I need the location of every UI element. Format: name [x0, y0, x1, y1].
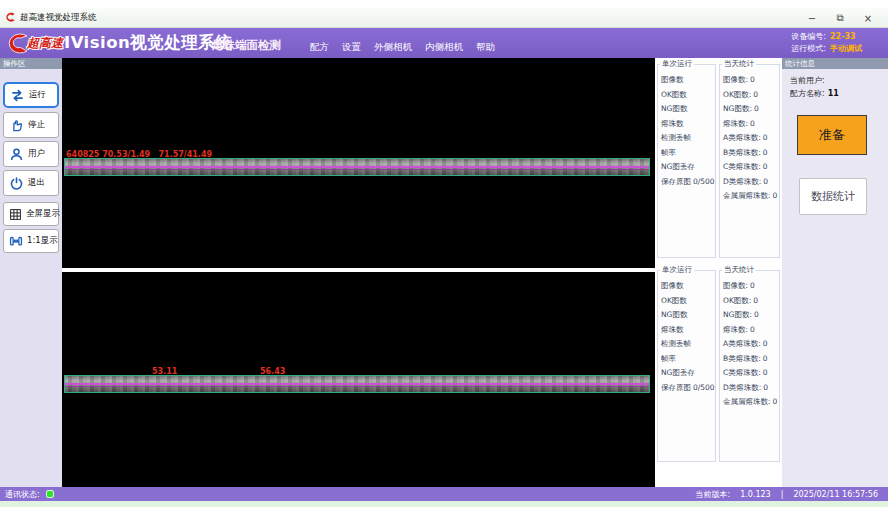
run-button[interactable]: 运行: [3, 82, 59, 108]
run-label: 运行: [29, 89, 46, 101]
fullscreen-label: 全屏显示: [26, 208, 60, 220]
stat-row: A类熔珠数:0: [720, 131, 779, 146]
stat-row: NG图数: [658, 308, 715, 323]
bead-line: [65, 383, 649, 385]
device-info: 设备编号: 22-33 运行模式: 手动调试: [791, 31, 882, 55]
stat-row: NG图数:0: [720, 308, 779, 323]
menu-item-settings[interactable]: 设置: [342, 41, 361, 54]
stat-row: 金属屑熔珠数:0: [720, 395, 779, 410]
daily-stats-groupbox: 当天统计 图像数:0 OK图数:0 NG图数:0 熔珠数:0 A类熔珠数:0 B…: [719, 64, 780, 258]
single-run-groupbox: 单次运行 图像数 OK图数 NG图数 熔珠数 检测丢帧 帧率 NG图丢存 保存原…: [657, 270, 716, 462]
bead-line: [65, 166, 649, 168]
outer-camera-viewport[interactable]: 640825 70.53/1.49 71.57/41.49: [62, 58, 655, 268]
app-header: 超高速 IVision视觉处理系统 熔珠端面检测 配方 设置 外侧相机 内侧相机…: [0, 28, 888, 58]
stat-row: 检测丢帧: [658, 337, 715, 352]
groupbox-caption: 单次运行: [660, 59, 694, 69]
user-icon: [9, 147, 24, 162]
stat-row: 图像数:0: [720, 73, 779, 88]
daily-stats-groupbox: 当天统计 图像数:0 OK图数:0 NG图数:0 熔珠数:0 A类熔珠数:0 B…: [719, 270, 780, 462]
stop-label: 停止: [28, 119, 45, 131]
bead-strip-roi: [64, 375, 650, 393]
datetime: 2025/02/11 16:57:56: [793, 490, 878, 499]
version-label: 当前版本:: [695, 489, 730, 500]
stat-row: 熔珠数: [658, 323, 715, 338]
stat-row: C类熔珠数:0: [720, 160, 779, 175]
info-panel-title: 统计信息: [782, 58, 888, 69]
stat-row: 熔珠数: [658, 117, 715, 132]
stat-row: OK图数:0: [720, 88, 779, 103]
stat-row: 检测丢帧: [658, 131, 715, 146]
stat-row: 图像数: [658, 279, 715, 294]
fullscreen-grid-icon: [9, 208, 22, 221]
one-to-one-button[interactable]: 1:1显示: [3, 229, 59, 253]
minimize-button[interactable]: −: [806, 13, 818, 24]
one-to-one-label: 1:1显示: [27, 235, 58, 247]
menu-item-outer-camera[interactable]: 外侧相机: [374, 41, 412, 54]
desktop-background: [0, 501, 888, 507]
operation-sidebar: 操作区 运行 停止 用户 退出 全屏显示 1:1显示: [0, 58, 62, 487]
recipe-name-line: 配方名称:11: [790, 88, 839, 99]
groupbox-caption: 单次运行: [660, 265, 694, 275]
app-subtitle: 熔珠端面检测: [212, 38, 281, 53]
brand-text: 超高速: [27, 35, 63, 52]
groupbox-caption: 当天统计: [722, 265, 756, 275]
user-label: 用户: [28, 148, 45, 160]
groupbox-caption: 当天统计: [722, 59, 756, 69]
stat-row: NG图丢存: [658, 160, 715, 175]
user-button[interactable]: 用户: [3, 141, 59, 167]
restore-button[interactable]: ⧉: [834, 12, 846, 24]
device-no-label: 设备编号:: [791, 31, 826, 43]
stat-row: 金属屑熔珠数:0: [720, 189, 779, 204]
window-titlebar: 超高速视觉处理系统 − ⧉ ×: [0, 8, 888, 28]
run-mode-value: 手动调试: [830, 43, 882, 55]
info-panel: 统计信息 当前用户: 配方名称:11 准备 数据统计: [782, 58, 888, 487]
inner-camera-viewport[interactable]: 53.11 56.43: [62, 272, 655, 487]
run-mode-label: 运行模式:: [791, 43, 826, 55]
prepare-button[interactable]: 准备: [797, 115, 867, 155]
stat-row: 图像数:0: [720, 279, 779, 294]
close-button[interactable]: ×: [862, 13, 874, 24]
menu-item-help[interactable]: 帮助: [476, 41, 495, 54]
single-run-groupbox: 单次运行 图像数 OK图数 NG图数 熔珠数 检测丢帧 帧率 NG图丢存 保存原…: [657, 64, 716, 258]
version-value: 1.0.123: [740, 490, 771, 499]
app-logo-icon: [5, 12, 16, 23]
stat-row: 熔珠数:0: [720, 117, 779, 132]
menu-item-inner-camera[interactable]: 内侧相机: [425, 41, 463, 54]
menu-item-recipe[interactable]: 配方: [310, 41, 329, 54]
stat-row: OK图数: [658, 294, 715, 309]
stat-row: OK图数: [658, 88, 715, 103]
stat-row: 熔珠数:0: [720, 323, 779, 338]
bead-strip-roi: [64, 158, 650, 176]
brand-logo-icon: [3, 31, 29, 55]
current-user-line: 当前用户:: [790, 75, 828, 86]
comm-status-label: 通讯状态:: [5, 489, 40, 500]
stat-row: D类熔珠数:0: [720, 381, 779, 396]
stat-row: OK图数:0: [720, 294, 779, 309]
stat-row: B类熔珠数:0: [720, 352, 779, 367]
stat-row: 帧率: [658, 352, 715, 367]
device-no-value: 22-33: [830, 31, 882, 43]
comm-status-indicator: [46, 490, 54, 498]
data-statistics-button[interactable]: 数据统计: [799, 178, 867, 215]
status-bar: 通讯状态: 当前版本: 1.0.123 | 2025/02/11 16:57:5…: [0, 487, 888, 501]
stat-row: 保存原图0/500: [658, 175, 715, 190]
window-title: 超高速视觉处理系统: [20, 12, 97, 24]
one-to-one-icon: [9, 234, 23, 248]
separator: |: [781, 490, 784, 499]
menu-bar: 配方 设置 外侧相机 内侧相机 帮助: [310, 41, 495, 54]
stat-row: D类熔珠数:0: [720, 175, 779, 190]
power-icon: [9, 176, 24, 191]
sidebar-title: 操作区: [0, 58, 62, 69]
stop-hand-icon: [9, 118, 24, 133]
stat-row: NG图丢存: [658, 366, 715, 381]
stop-button[interactable]: 停止: [3, 112, 59, 138]
stat-row: NG图数: [658, 102, 715, 117]
exit-label: 退出: [28, 177, 45, 189]
stat-row: 帧率: [658, 146, 715, 161]
stat-row: NG图数:0: [720, 102, 779, 117]
stat-row: 图像数: [658, 73, 715, 88]
app-title: IVision视觉处理系统: [64, 32, 232, 54]
exit-button[interactable]: 退出: [3, 170, 59, 196]
stat-row: 保存原图0/500: [658, 381, 715, 396]
fullscreen-button[interactable]: 全屏显示: [3, 202, 59, 226]
